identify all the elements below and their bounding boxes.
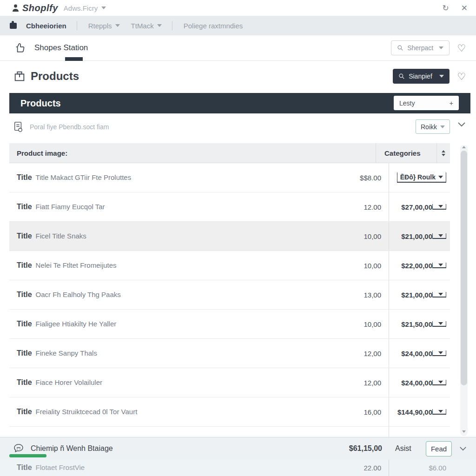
category-dropdown[interactable]: [432, 321, 446, 327]
product-title-cell: Title Fialigee Htiakilty He Yaller: [9, 320, 303, 328]
row-title-text: Fineke Sanpy Thals: [36, 349, 97, 357]
product-title-cell: Title Flotaet FrostVie: [9, 463, 303, 472]
page-search-button[interactable]: Sianpief: [393, 69, 450, 84]
bulk-actions-button[interactable]: Roikk: [416, 119, 450, 134]
row-title-label: Title: [17, 378, 32, 387]
vertical-scrollbar[interactable]: [460, 145, 468, 436]
banner-title: Products: [20, 98, 61, 109]
nav-item-primary[interactable]: Cbheeiorien: [26, 22, 66, 30]
page-search-label: Sianpief: [409, 73, 432, 80]
window-titlebar: Shoplfy Adws.Ficry ↻ ✕: [0, 0, 476, 16]
row-title-label: Title: [17, 261, 32, 270]
total-amount: $61,15,00: [349, 444, 382, 453]
heart-icon[interactable]: ♡: [457, 72, 466, 81]
category-dropdown[interactable]: [432, 409, 446, 415]
caret-down-icon: [439, 75, 444, 78]
table-row[interactable]: Title Fiatt Fiamy Eucqol Tar 12.00 $27,0…: [9, 192, 450, 222]
status-message: Chiemip ñ Wenh Btaiage: [31, 444, 113, 453]
filter-placeholder[interactable]: Poral fiye Pbendb.soct fiam: [30, 123, 109, 131]
caret-down-icon: [101, 7, 106, 9]
read-button[interactable]: Fead: [426, 441, 452, 456]
product-qty-cell: 12,00: [303, 350, 389, 357]
table-row[interactable]: Title Oacr Fh Ealholy Thg Paaks 13,00 $2…: [9, 280, 450, 310]
shopify-logo: Shoplfy: [12, 3, 58, 13]
row-title-label: Title: [17, 408, 32, 416]
category-dropdown[interactable]: [432, 350, 446, 356]
caret-down-icon: [438, 234, 443, 237]
row-title-label: Title: [17, 232, 32, 240]
store-name: Shopes Station: [34, 43, 88, 53]
product-qty-cell: 22.00: [303, 464, 389, 472]
table-row[interactable]: Title Freiality Struiktcecad 0l Tor Vaur…: [9, 397, 450, 427]
document-icon: [13, 121, 23, 133]
logo-text: Shoplfy: [22, 3, 58, 13]
nav-item-track[interactable]: TtMack: [131, 22, 162, 30]
product-qty-cell: 16,00: [303, 408, 389, 416]
row-title-label: Title: [17, 173, 32, 182]
store-search-button[interactable]: Sherpact: [391, 40, 450, 55]
product-price: $24,00,00: [401, 350, 432, 357]
product-column-header[interactable]: Product image:: [9, 149, 290, 157]
product-title-cell: Title Freiality Struiktcecad 0l Tor Vaur…: [9, 408, 303, 416]
category-dropdown[interactable]: [432, 233, 446, 239]
product-price: $21,50,00: [401, 320, 432, 328]
product-title-cell: Title Ficel Title Snaks: [9, 232, 303, 240]
category-dropdown[interactable]: [432, 292, 446, 298]
row-title-label: Title: [17, 203, 32, 211]
progress-bar: [9, 454, 46, 457]
product-title-cell: Title Nelei Te Ftltet Fromeijutes: [9, 261, 303, 270]
product-price-cell: $21,00,00: [389, 222, 450, 251]
chevron-down-icon[interactable]: [459, 446, 467, 451]
table-row[interactable]: Title Title Makact GTiir Fte Proluttes $…: [9, 163, 450, 192]
chevron-down-icon[interactable]: [457, 122, 466, 127]
scroll-down-icon[interactable]: [462, 430, 466, 433]
table-toolbar: Poral fiye Pbendb.soct fiam Roikk: [0, 113, 476, 140]
product-qty-cell: 10,00: [303, 232, 389, 240]
category-dropdown[interactable]: [432, 263, 446, 268]
add-product-button[interactable]: Lesty +: [394, 96, 459, 110]
product-qty-cell: $$8.00: [303, 174, 389, 182]
caret-down-icon: [438, 351, 443, 354]
row-title-text: Fiace Horer Volailuler: [36, 378, 102, 386]
person-icon: [12, 4, 19, 12]
sort-icon[interactable]: [437, 150, 450, 156]
table-row[interactable]: Title Fineke Sanpy Thals 12,00 $24,00,00: [9, 339, 450, 368]
table-row[interactable]: Title Fialigee Htiakilty He Yaller 10,00…: [9, 310, 450, 339]
product-price-cell: $144,90,00: [389, 397, 450, 426]
heart-icon[interactable]: ♡: [457, 43, 466, 53]
row-title-text: Freiality Struiktcecad 0l Tor Vaurt: [36, 408, 138, 416]
table-header-row: Product image: Categories: [9, 143, 450, 163]
page-title: Products: [31, 70, 79, 83]
bottom-partial-row[interactable]: Title Flotaet FrostVie 22.00 $6.00: [0, 459, 476, 476]
categories-column-header[interactable]: Categories: [376, 143, 437, 163]
product-price: $22,00,00: [401, 262, 432, 270]
nav-item-policies[interactable]: Poliege raxtmndies: [184, 22, 243, 30]
refresh-icon[interactable]: ↻: [443, 3, 449, 13]
row-title-label: Title: [17, 291, 32, 299]
product-price-cell: $21,50,00: [389, 310, 450, 338]
row-title-text: Flotaet FrostVie: [36, 463, 85, 472]
caret-down-icon: [438, 322, 443, 325]
account-menu[interactable]: Adws.Ficry: [64, 4, 106, 12]
product-price: $21,00,00: [401, 291, 432, 299]
status-overlay-bar: Chiemip ñ Wenh Btaiage $61,15,00 Asist F…: [0, 437, 476, 460]
search-icon: [398, 73, 405, 79]
table-row[interactable]: Title Fiace Horer Volailuler 12,00 $24,0…: [9, 368, 450, 397]
product-price-cell: ĒÐô} Roulk: [389, 163, 450, 192]
bulk-actions-label: Roikk: [421, 123, 437, 131]
close-icon[interactable]: ✕: [461, 3, 468, 13]
nav-divider: [77, 21, 77, 30]
scroll-up-icon[interactable]: [462, 146, 466, 148]
category-dropdown[interactable]: ĒÐô} Roulk: [397, 172, 446, 183]
table-row[interactable]: Title Ficel Title Snaks 10,00 $21,00,00: [9, 222, 450, 251]
assist-link[interactable]: Asist: [395, 444, 411, 453]
scrollbar-thumb[interactable]: [461, 151, 467, 385]
nav-item-reports[interactable]: Rteppls: [88, 22, 120, 30]
caret-down-icon: [157, 24, 162, 27]
category-dropdown[interactable]: [432, 380, 446, 385]
table-row[interactable]: Title Nelei Te Ftltet Fromeijutes 10,00 …: [9, 251, 450, 280]
top-navbar: Cbheeiorien Rteppls TtMack Poliege raxtm…: [0, 16, 476, 35]
category-dropdown[interactable]: [432, 204, 446, 210]
product-price-cell: $22,00,00: [389, 251, 450, 280]
search-icon: [397, 45, 403, 51]
